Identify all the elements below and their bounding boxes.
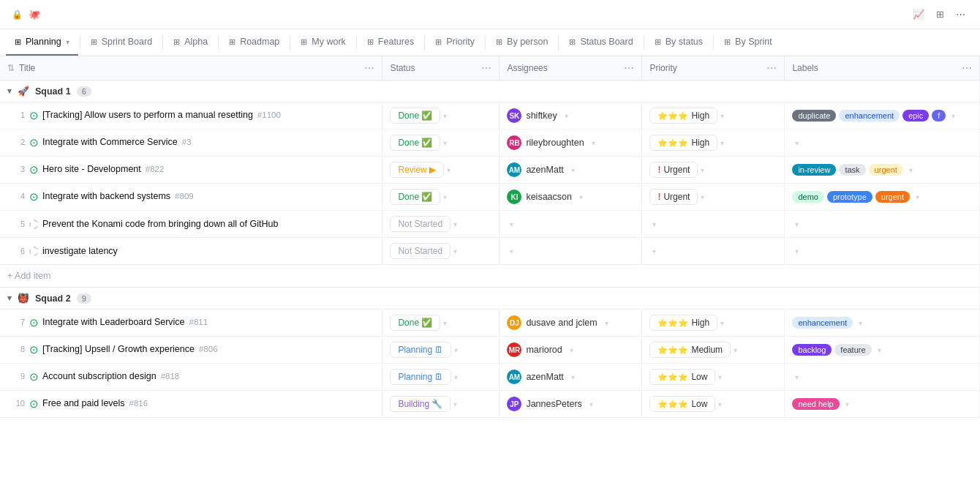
status-badge[interactable]: Planning 🗓 [390, 369, 451, 385]
priority-arrow[interactable]: ▾ [701, 193, 704, 201]
top-bar-actions: 📈 ⊞ ⋯ [910, 6, 968, 23]
status-badge[interactable]: Done ✅ [390, 135, 440, 151]
labels-arrow[interactable]: ▾ [795, 220, 799, 228]
layout-icon[interactable]: ⊞ [933, 6, 947, 23]
assignee-cell: RB rileybroughten ▾ [500, 130, 642, 157]
labels-arrow[interactable]: ▾ [878, 346, 881, 354]
priority-badge[interactable]: ! Urgent [649, 162, 698, 178]
group-chevron[interactable]: ▾ [7, 86, 12, 96]
assignee-arrow[interactable]: ▾ [510, 247, 513, 255]
priority-arrow[interactable]: ▾ [718, 373, 722, 381]
status-arrow[interactable]: ▾ [453, 220, 457, 228]
add-item-cell[interactable]: + Add item [0, 265, 980, 288]
row-title[interactable]: Integrate with Commerce Service [42, 137, 178, 147]
tab-planning[interactable]: ⊞ Planning ▾ [6, 29, 78, 56]
top-bar-left: 🔒 🐙 [12, 9, 46, 20]
status-badge[interactable]: Done ✅ [390, 315, 440, 331]
status-arrow[interactable]: ▾ [453, 247, 457, 255]
priority-arrow[interactable]: ▾ [720, 139, 724, 147]
labels-cell: demoprototypeurgent▾ [785, 184, 980, 211]
status-arrow[interactable]: ▾ [443, 112, 447, 120]
row-title[interactable]: Prevent the Konami code from bringing do… [42, 219, 278, 229]
assignee-arrow[interactable]: ▾ [605, 319, 608, 327]
row-title[interactable]: Hero site - Development [42, 164, 141, 174]
labels-arrow[interactable]: ▾ [845, 400, 849, 408]
tab-by-person[interactable]: ⊞ By person [487, 29, 557, 56]
tab-features[interactable]: ⊞ Features [358, 29, 423, 56]
row-title[interactable]: Account subscription design [42, 371, 157, 381]
tab-planning-arrow[interactable]: ▾ [66, 38, 69, 46]
status-badge[interactable]: Building 🔧 [390, 396, 451, 412]
tab-by-sprint[interactable]: ⊞ By Sprint [715, 29, 781, 56]
assignee-arrow[interactable]: ▾ [510, 220, 513, 228]
status-arrow[interactable]: ▾ [443, 139, 447, 147]
assignee-arrow[interactable]: ▾ [589, 400, 593, 408]
status-arrow[interactable]: ▾ [447, 166, 451, 174]
row-title[interactable]: Integrate with Leaderboard Service [42, 317, 185, 327]
priority-badge[interactable]: ! Urgent [649, 189, 698, 205]
labels-arrow[interactable]: ▾ [795, 139, 799, 147]
priority-arrow[interactable]: ▾ [652, 247, 656, 255]
priority-badge[interactable]: ⭐⭐⭐ High [649, 315, 717, 331]
priority-badge[interactable]: ⭐⭐⭐ High [649, 108, 717, 124]
priority-badge[interactable]: ⭐⭐⭐ Medium [649, 342, 731, 358]
row-title[interactable]: Integrate with backend systems [42, 191, 170, 201]
assignee-arrow[interactable]: ▾ [592, 139, 595, 147]
tab-by-status[interactable]: ⊞ By status [646, 29, 712, 56]
col-priority-more[interactable]: ⋯ [766, 62, 777, 74]
status-arrow[interactable]: ▾ [453, 400, 457, 408]
labels-arrow[interactable]: ▾ [859, 319, 862, 327]
row-title[interactable]: investigate latency [42, 246, 118, 256]
filter-icon[interactable]: ⇅ [7, 63, 15, 73]
tab-sprint-board[interactable]: ⊞ Sprint Board [82, 29, 161, 56]
col-title-more[interactable]: ⋯ [364, 62, 374, 74]
status-badge[interactable]: Planning 🗓 [390, 342, 451, 358]
assignee-arrow[interactable]: ▾ [579, 193, 583, 201]
tab-my-work[interactable]: ⊞ My work [292, 29, 355, 56]
status-badge[interactable]: Done ✅ [390, 189, 440, 205]
chart-icon[interactable]: 📈 [910, 6, 927, 23]
tab-priority[interactable]: ⊞ Priority [426, 29, 483, 56]
priority-arrow[interactable]: ▾ [734, 346, 737, 354]
status-badge[interactable]: Review ▶ [390, 162, 444, 178]
status-badge[interactable]: Not Started [390, 243, 451, 259]
col-status-more[interactable]: ⋯ [481, 62, 491, 74]
labels-cell: ▾ [785, 238, 980, 265]
labels-arrow[interactable]: ▾ [795, 373, 799, 381]
more-icon[interactable]: ⋯ [953, 6, 968, 23]
priority-arrow[interactable]: ▾ [701, 166, 704, 174]
priority-arrow[interactable]: ▾ [720, 112, 724, 120]
row-title[interactable]: Free and paid levels [42, 398, 125, 408]
tab-status-board[interactable]: ⊞ Status Board [560, 29, 641, 56]
add-item-label[interactable]: + Add item [7, 271, 50, 281]
status-badge[interactable]: Done ✅ [390, 108, 440, 124]
priority-badge[interactable]: ⭐⭐⭐ Low [649, 396, 715, 412]
add-item-row[interactable]: + Add item [0, 265, 980, 288]
labels-arrow[interactable]: ▾ [909, 166, 913, 174]
priority-arrow[interactable]: ▾ [652, 220, 656, 228]
col-labels-more[interactable]: ⋯ [962, 62, 972, 74]
status-arrow[interactable]: ▾ [454, 373, 458, 381]
group-chevron[interactable]: ▾ [7, 293, 12, 303]
assignee-arrow[interactable]: ▾ [570, 346, 573, 354]
status-cell: Building 🔧▾ [382, 391, 500, 418]
tab-roadmap[interactable]: ⊞ Roadmap [220, 29, 288, 56]
status-arrow[interactable]: ▾ [454, 346, 458, 354]
tab-alpha[interactable]: ⊞ Alpha [165, 29, 216, 56]
status-badge[interactable]: Not Started [390, 216, 451, 232]
assignee-arrow[interactable]: ▾ [565, 112, 568, 120]
assignee-arrow[interactable]: ▾ [571, 373, 575, 381]
labels-arrow[interactable]: ▾ [795, 247, 799, 255]
row-title[interactable]: [Tracking] Upsell / Growth experience [42, 344, 195, 354]
priority-badge[interactable]: ⭐⭐⭐ High [649, 135, 717, 151]
priority-arrow[interactable]: ▾ [720, 319, 724, 327]
labels-arrow[interactable]: ▾ [916, 193, 919, 201]
status-arrow[interactable]: ▾ [443, 319, 447, 327]
labels-arrow[interactable]: ▾ [951, 112, 955, 120]
assignee-arrow[interactable]: ▾ [571, 166, 575, 174]
col-assignees-more[interactable]: ⋯ [624, 62, 634, 74]
priority-badge[interactable]: ⭐⭐⭐ Low [649, 369, 715, 385]
priority-arrow[interactable]: ▾ [718, 400, 722, 408]
row-title[interactable]: [Tracking] Allow users to perform a manu… [42, 110, 253, 120]
status-arrow[interactable]: ▾ [443, 193, 447, 201]
